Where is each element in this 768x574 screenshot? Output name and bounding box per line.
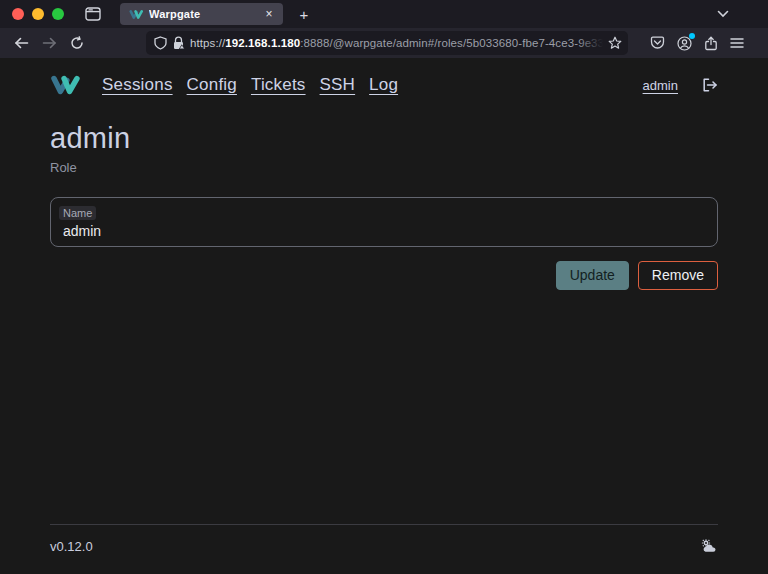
remove-button[interactable]: Remove xyxy=(638,261,718,290)
name-field-container: Name xyxy=(50,197,718,247)
toolbar-right-icons xyxy=(650,36,744,51)
nav-link-sessions[interactable]: Sessions xyxy=(102,75,173,95)
account-icon[interactable] xyxy=(677,36,692,51)
tab-close-icon[interactable]: × xyxy=(261,6,277,22)
share-icon[interactable] xyxy=(704,36,718,51)
page-title: admin xyxy=(50,122,718,155)
tab-title: Warpgate xyxy=(149,8,255,20)
update-button[interactable]: Update xyxy=(556,261,629,290)
reload-icon[interactable] xyxy=(64,31,90,55)
warpgate-logo-icon[interactable] xyxy=(50,74,80,96)
url-path: :8888/@warpgate/admin#/roles/5b033680-fb… xyxy=(300,37,603,49)
nav-link-config[interactable]: Config xyxy=(187,75,237,95)
account-notification-dot xyxy=(689,33,695,39)
tab-favicon-warpgate-icon xyxy=(129,9,143,20)
nav-link-ssh[interactable]: SSH xyxy=(320,75,356,95)
page-footer: v0.12.0 xyxy=(50,524,718,574)
warpgate-admin-page: Sessions Config Tickets SSH Log admin ad… xyxy=(0,58,768,574)
name-input[interactable] xyxy=(63,221,705,239)
browser-window: Warpgate × + xyxy=(0,0,768,574)
page-subtitle: Role xyxy=(50,160,718,175)
logout-icon[interactable] xyxy=(702,78,718,92)
list-all-tabs-chevron-down-icon[interactable] xyxy=(710,3,736,25)
site-navigation: Sessions Config Tickets SSH Log admin xyxy=(50,58,718,96)
bookmark-star-icon[interactable] xyxy=(608,36,622,50)
current-user-link[interactable]: admin xyxy=(643,78,678,93)
nav-link-tickets[interactable]: Tickets xyxy=(251,75,306,95)
browser-tab-warpgate[interactable]: Warpgate × xyxy=(120,3,283,25)
name-field-label: Name xyxy=(59,206,96,220)
navigation-toolbar: https://192.168.1.180:8888/@warpgate/adm… xyxy=(0,28,768,58)
minimize-window-button[interactable] xyxy=(32,8,44,20)
lock-warning-icon[interactable] xyxy=(172,36,185,50)
close-window-button[interactable] xyxy=(12,8,24,20)
tab-bar: Warpgate × + xyxy=(0,0,768,28)
window-controls xyxy=(0,8,70,20)
menu-hamburger-icon[interactable] xyxy=(730,37,744,49)
gear-cloud-icon[interactable] xyxy=(700,538,718,554)
firefox-view-icon[interactable] xyxy=(78,3,108,25)
nav-link-log[interactable]: Log xyxy=(369,75,398,95)
pocket-icon[interactable] xyxy=(650,36,665,50)
url-host: 192.168.1.180 xyxy=(225,37,300,49)
url-scheme: https:// xyxy=(190,37,225,49)
new-tab-button[interactable]: + xyxy=(291,3,317,25)
url-text[interactable]: https://192.168.1.180:8888/@warpgate/adm… xyxy=(190,37,603,49)
version-label: v0.12.0 xyxy=(50,539,93,554)
url-bar[interactable]: https://192.168.1.180:8888/@warpgate/adm… xyxy=(146,31,628,55)
url-fade xyxy=(577,37,603,49)
zoom-window-button[interactable] xyxy=(52,8,64,20)
tracking-shield-icon[interactable] xyxy=(154,36,167,50)
forward-icon[interactable] xyxy=(36,31,62,55)
form-actions: Update Remove xyxy=(50,261,718,290)
back-icon[interactable] xyxy=(8,31,34,55)
